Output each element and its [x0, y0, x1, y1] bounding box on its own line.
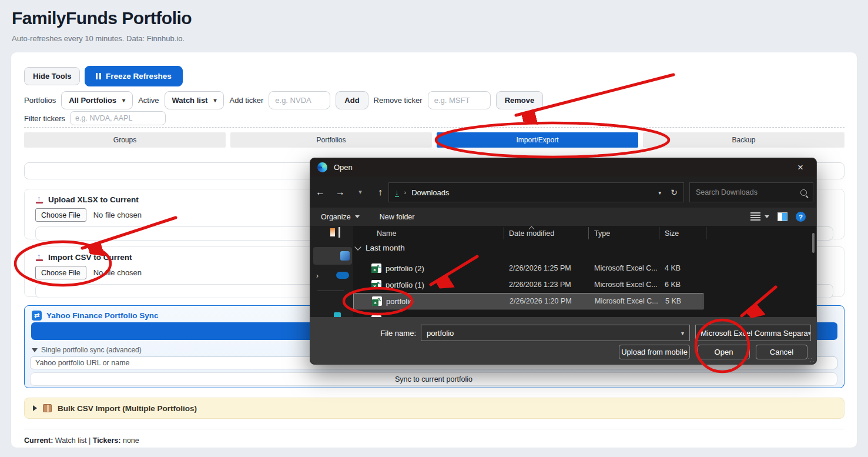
- tickers-value: none: [123, 436, 139, 445]
- tab-groups[interactable]: Groups: [24, 132, 226, 148]
- chevron-down-icon: ▾: [808, 330, 811, 336]
- choose-file-button[interactable]: Choose File: [35, 266, 86, 279]
- chevron-down-icon: ▾: [122, 97, 125, 104]
- excel-csv-file-icon: a,x: [371, 263, 381, 273]
- edge-logo-icon: [317, 162, 327, 172]
- page-subtitle: Auto-refreshes every 10 minutes. Data: F…: [12, 34, 192, 43]
- file-type-select[interactable]: Microsoft Excel Comma Separa ▾: [695, 325, 811, 341]
- sync-to-current-button[interactable]: Sync to current portfolio: [30, 372, 837, 386]
- search-placeholder: Search Downloads: [696, 188, 758, 196]
- search-icon: [800, 189, 807, 196]
- dialog-body: › Name Date modified Type Size Last mont…: [310, 226, 816, 317]
- active-label: Active: [138, 96, 159, 105]
- sidebar-separator: [317, 291, 344, 291]
- file-row[interactable]: a,x portfolio (1) 2/26/2026 1:23 PM Micr…: [353, 276, 703, 293]
- dialog-footer: File name: portfolio ▾ Microsoft Excel C…: [310, 317, 816, 364]
- current-value: Watch list: [55, 436, 87, 445]
- address-dropdown-icon[interactable]: ▾: [658, 189, 661, 196]
- tab-backup[interactable]: Backup: [643, 132, 844, 148]
- current-label: Current:: [24, 436, 53, 445]
- remove-ticker-label: Remove ticker: [374, 96, 423, 105]
- breadcrumb-separator-icon: ›: [404, 189, 407, 196]
- close-icon[interactable]: ×: [792, 162, 809, 174]
- file-name-input[interactable]: portfolio ▾: [421, 325, 690, 341]
- add-ticker-button[interactable]: Add: [336, 91, 368, 109]
- file-row-selected[interactable]: a,x portfolio 2/26/2026 1:20 PM Microsof…: [353, 293, 703, 309]
- pause-icon: [96, 73, 101, 79]
- scrollbar[interactable]: [812, 233, 815, 253]
- tab-portfolios[interactable]: Portfolios: [230, 132, 432, 148]
- cancel-button[interactable]: Cancel: [756, 345, 807, 359]
- chevron-down-icon: [355, 215, 360, 218]
- search-box[interactable]: Search Downloads: [689, 182, 813, 202]
- no-file-chosen-text: No file chosen: [93, 268, 142, 277]
- forward-icon[interactable]: →: [330, 187, 350, 198]
- help-icon[interactable]: ?: [796, 212, 806, 222]
- downloads-folder-icon: ↓: [395, 188, 399, 197]
- portfolios-select[interactable]: All Portfolios ▾: [61, 91, 133, 109]
- column-size[interactable]: Size: [665, 229, 679, 238]
- add-ticker-input[interactable]: [269, 91, 330, 109]
- tickers-label: Tickers:: [93, 436, 121, 445]
- tab-bar: Groups Portfolios Import/Export Backup: [24, 132, 844, 148]
- triangle-down-icon: [32, 348, 38, 352]
- organize-menu[interactable]: Organize: [321, 213, 360, 221]
- refresh-icon[interactable]: ↻: [671, 188, 678, 197]
- resize-grip[interactable]: . . . .: [808, 356, 814, 362]
- preview-pane-icon[interactable]: [777, 212, 787, 221]
- recent-locations-chevron-icon[interactable]: ▾: [350, 188, 370, 196]
- choose-file-button[interactable]: Choose File: [35, 208, 86, 222]
- toolbar-row: Portfolios All Portfolios ▾ Active Watch…: [24, 91, 543, 109]
- add-ticker-label: Add ticker: [229, 96, 263, 105]
- breadcrumb[interactable]: Downloads: [411, 188, 449, 197]
- filter-tickers-input[interactable]: [70, 111, 166, 125]
- open-button[interactable]: Open: [698, 345, 750, 359]
- home-icon: [330, 228, 335, 236]
- file-row[interactable]: a,x portfolio (2) 2/26/2026 1:25 PM Micr…: [353, 260, 703, 276]
- list-view-icon: [750, 212, 760, 221]
- column-date-modified[interactable]: Date modified: [509, 229, 554, 238]
- view-mode-button[interactable]: [750, 212, 769, 221]
- remove-ticker-button[interactable]: Remove: [496, 91, 544, 109]
- page-title: FamilyFunds Portfolio: [12, 8, 192, 28]
- up-icon[interactable]: ↑: [370, 187, 390, 198]
- single-sync-toggle[interactable]: Single portfolio sync (advanced): [32, 346, 142, 354]
- new-folder-button[interactable]: New folder: [380, 213, 415, 221]
- file-name-label: File name:: [346, 329, 416, 338]
- open-file-dialog: Open × ← → ▾ ↑ ↓ › Downloads ▾ ↻ Search …: [310, 158, 817, 365]
- remove-ticker-input[interactable]: [428, 91, 491, 109]
- chevron-down-icon: ▾: [681, 330, 684, 336]
- upload-from-mobile-button[interactable]: Upload from mobile: [619, 345, 690, 359]
- status-line: Current: Watch list | Tickers: none: [24, 436, 139, 445]
- upload-icon: ↑: [35, 196, 43, 204]
- hide-tools-button[interactable]: Hide Tools: [24, 67, 80, 85]
- file-row-partial[interactable]: a,x: [353, 312, 703, 317]
- sidebar-item-selected[interactable]: [313, 247, 352, 265]
- dialog-title: Open: [334, 163, 353, 172]
- column-name[interactable]: Name: [377, 229, 396, 238]
- chevron-down-icon: ▾: [213, 97, 216, 104]
- chevron-down-icon: [765, 215, 769, 218]
- onedrive-icon: [336, 272, 349, 279]
- footer-separator: [24, 429, 844, 429]
- dialog-sidebar: ›: [310, 226, 353, 317]
- sync-icon: ⇄: [32, 311, 42, 321]
- file-list: Name Date modified Type Size Last month …: [353, 226, 816, 317]
- portfolios-label: Portfolios: [24, 96, 56, 105]
- active-portfolio-select[interactable]: Watch list ▾: [165, 91, 224, 109]
- package-icon: [43, 404, 52, 412]
- chevron-right-icon[interactable]: ›: [316, 272, 319, 280]
- group-header-last-month[interactable]: Last month: [356, 243, 405, 252]
- filter-row: Filter tickers: [24, 111, 166, 125]
- sidebar-divider: [339, 227, 340, 238]
- tab-import-export[interactable]: Import/Export: [437, 132, 638, 148]
- address-bar[interactable]: ↓ › Downloads ▾ ↻: [388, 182, 684, 202]
- freeze-refreshes-button[interactable]: Freeze Refreshes: [85, 66, 183, 86]
- yahoo-sync-title: ⇄ Yahoo Finance Portfolio Sync: [32, 311, 159, 321]
- bulk-csv-import-banner[interactable]: Bulk CSV Import (Multiple Portfolios): [24, 398, 844, 419]
- dialog-command-bar: Organize New folder ?: [310, 208, 816, 226]
- column-type[interactable]: Type: [594, 229, 610, 238]
- column-headers: Name Date modified Type Size: [353, 226, 816, 241]
- dialog-nav-bar: ← → ▾ ↑ ↓ › Downloads ▾ ↻ Search Downloa…: [310, 176, 816, 208]
- back-icon[interactable]: ←: [310, 187, 330, 198]
